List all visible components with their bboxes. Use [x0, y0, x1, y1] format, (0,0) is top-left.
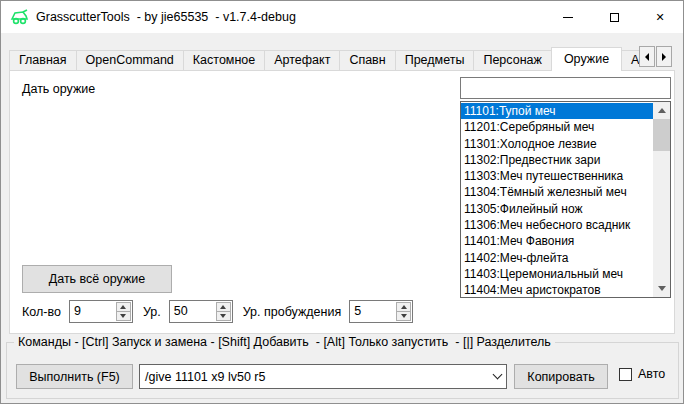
tab-scrollers	[638, 46, 672, 67]
app-window: GrasscutterTools - by jie65535 - v1.7.4-…	[0, 0, 684, 404]
tab-character[interactable]: Персонаж	[473, 50, 551, 71]
auto-checkbox-label: Авто	[638, 367, 665, 381]
refinement-value: 5	[354, 304, 361, 318]
arrow-right-icon	[662, 53, 666, 61]
chevron-down-icon	[492, 370, 502, 380]
list-item[interactable]: 11201:Серебряный меч	[461, 119, 653, 135]
minimize-button[interactable]	[545, 1, 591, 33]
window-title: GrasscutterTools - by jie65535 - v1.7.4-…	[36, 10, 296, 24]
refinement-up-button[interactable]	[396, 302, 411, 312]
auto-option: Авто	[619, 367, 665, 381]
refinement-label: Ур. пробуждения	[243, 305, 342, 319]
arrow-down-icon	[658, 286, 666, 291]
weapon-listbox: 11101:Тупой меч 11201:Серебряный меч 113…	[460, 101, 671, 298]
tab-custom[interactable]: Кастомное	[183, 50, 265, 71]
arrow-down-icon	[220, 314, 226, 318]
list-item[interactable]: 11302:Предвестник зари	[461, 152, 653, 168]
list-item[interactable]: 11304:Тёмный железный меч	[461, 184, 653, 200]
arrow-left-icon	[645, 53, 649, 61]
list-item[interactable]: 11305:Филейный нож	[461, 201, 653, 217]
arrow-up-icon	[658, 108, 666, 113]
list-item[interactable]: 11402:Меч-флейта	[461, 250, 653, 266]
level-label: Ур.	[143, 305, 161, 319]
level-stepper[interactable]: 50	[169, 300, 233, 323]
command-text: /give 11101 x9 lv50 r5	[140, 370, 488, 384]
level-value: 50	[174, 304, 188, 318]
list-item[interactable]: 11404:Меч аристократов	[461, 282, 653, 298]
app-icon	[10, 9, 30, 25]
scrollbar-up-button[interactable]	[653, 102, 670, 119]
titlebar: GrasscutterTools - by jie65535 - v1.7.4-…	[1, 1, 683, 33]
tab-scroll-right-button[interactable]	[656, 46, 672, 67]
list-item[interactable]: 11301:Холодное лезвие	[461, 136, 653, 152]
maximize-button[interactable]	[591, 1, 637, 33]
tab-artifact[interactable]: Артефакт	[264, 50, 340, 71]
tab-scroll-left-button[interactable]	[639, 46, 655, 67]
arrow-up-icon	[401, 305, 407, 309]
weapon-tab-page: Дать оружие 11101:Тупой меч 11201:Серебр…	[9, 70, 675, 334]
copy-command-button[interactable]: Копировать	[514, 364, 608, 389]
tab-main[interactable]: Главная	[9, 50, 77, 71]
minimize-icon	[563, 17, 573, 18]
auto-checkbox[interactable]	[619, 368, 632, 381]
list-item[interactable]: 11403:Церемониальный меч	[461, 266, 653, 282]
level-up-button[interactable]	[216, 302, 231, 312]
scrollbar-down-button[interactable]	[653, 280, 670, 297]
tab-items[interactable]: Предметы	[395, 50, 475, 71]
list-item[interactable]: 11303:Меч путешественника	[461, 168, 653, 184]
maximize-icon	[610, 13, 619, 22]
list-item[interactable]: 11401:Меч Фавония	[461, 233, 653, 249]
run-command-button[interactable]: Выполнить (F5)	[16, 364, 133, 389]
commands-legend: Команды - [Ctrl] Запуск и замена - [Shif…	[14, 335, 555, 349]
qty-up-button[interactable]	[116, 302, 131, 312]
list-item[interactable]: 11101:Тупой меч	[461, 103, 653, 119]
list-item[interactable]: 11306:Меч небесного всадник	[461, 217, 653, 233]
tab-opencommand[interactable]: OpenCommand	[76, 50, 184, 71]
refinement-down-button[interactable]	[396, 312, 411, 321]
spinner-row: Кол-во 9 Ур. 50 Ур. пробуждения 5	[22, 300, 423, 323]
arrow-up-icon	[220, 305, 226, 309]
refinement-stepper[interactable]: 5	[349, 300, 413, 323]
qty-value: 9	[74, 304, 81, 318]
arrow-up-icon	[120, 305, 126, 309]
qty-down-button[interactable]	[116, 312, 131, 321]
close-icon: ✕	[655, 12, 664, 23]
qty-label: Кол-во	[22, 305, 61, 319]
give-weapon-label: Дать оружие	[22, 82, 95, 96]
list-scrollbar[interactable]	[653, 102, 670, 297]
tab-weapon[interactable]: Оружие	[551, 47, 622, 71]
combobox-dropdown-button[interactable]	[488, 375, 506, 378]
level-down-button[interactable]	[216, 312, 231, 321]
command-combobox[interactable]: /give 11101 x9 lv50 r5	[139, 364, 507, 389]
arrow-down-icon	[401, 314, 407, 318]
weapon-search-input[interactable]	[460, 77, 671, 99]
arrow-down-icon	[120, 314, 126, 318]
weapon-list: 11101:Тупой меч 11201:Серебряный меч 113…	[461, 103, 653, 298]
commands-groupbox: Команды - [Ctrl] Запуск и замена - [Shif…	[6, 342, 679, 399]
give-all-weapons-button[interactable]: Дать всё оружие	[22, 265, 172, 293]
tab-spawn[interactable]: Спавн	[339, 50, 395, 71]
close-button[interactable]: ✕	[637, 1, 683, 33]
quantity-stepper[interactable]: 9	[69, 300, 133, 323]
scrollbar-thumb[interactable]	[653, 119, 670, 151]
tab-strip: Главная OpenCommand Кастомное Артефакт С…	[9, 46, 641, 71]
